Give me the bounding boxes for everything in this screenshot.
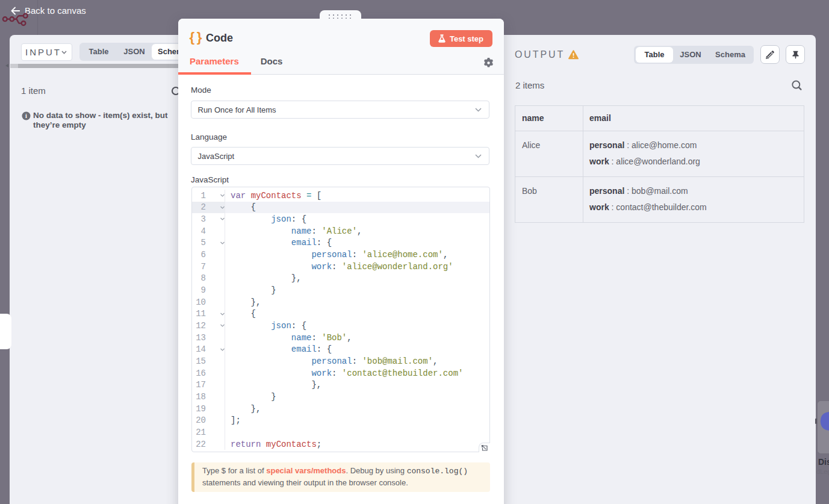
svg-text:i: i xyxy=(25,113,27,119)
